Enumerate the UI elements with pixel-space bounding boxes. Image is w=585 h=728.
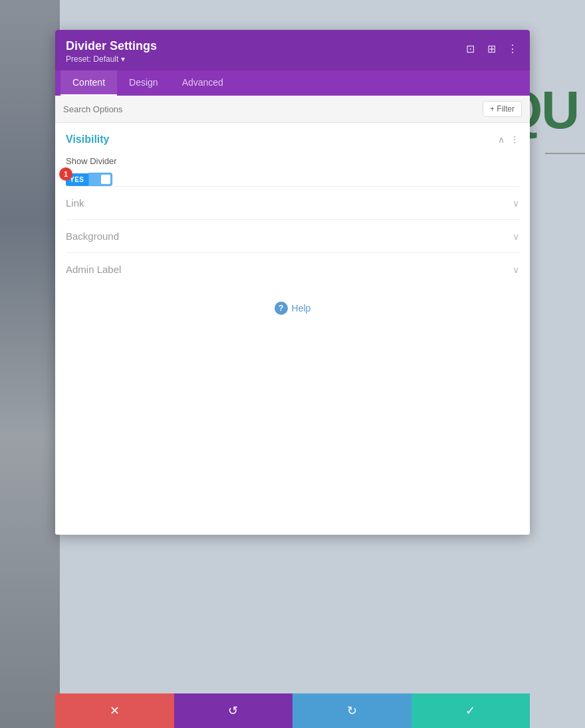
accordion-admin-label: Admin Label ∨	[66, 252, 519, 286]
screenshot-icon[interactable]: ⊡	[463, 42, 477, 55]
bottom-toolbar: ✕ ↺ ↻ ✓	[55, 693, 530, 728]
show-divider-toggle[interactable]: 1 YES	[66, 173, 519, 186]
content-area: Visibility ∧ ⋮ Show Divider 1 YES Link ∨	[55, 123, 530, 535]
accordion-link: Link ∨	[66, 186, 519, 219]
panel-header-left: Divider Settings Preset: Default ▾	[66, 39, 157, 64]
help-section: ? Help	[66, 286, 519, 325]
help-button[interactable]: ? Help	[275, 302, 311, 315]
accordion-background-header[interactable]: Background ∨	[66, 230, 519, 242]
tab-content[interactable]: Content	[60, 70, 117, 96]
visibility-title: Visibility	[66, 134, 110, 145]
accordion-background: Background ∨	[66, 219, 519, 252]
collapse-icon[interactable]: ∧	[498, 134, 505, 145]
filter-button[interactable]: + Filter	[483, 101, 522, 117]
columns-icon[interactable]: ⊞	[485, 42, 498, 55]
accordion-admin-label-header[interactable]: Admin Label ∨	[66, 264, 519, 275]
tab-design[interactable]: Design	[117, 70, 170, 96]
cancel-button[interactable]: ✕	[55, 693, 174, 728]
badge-number: 1	[59, 167, 72, 181]
help-label: Help	[292, 303, 311, 314]
tabs-bar: Content Design Advanced	[55, 70, 530, 96]
panel-header-icons: ⊡ ⊞ ⋮	[463, 42, 519, 55]
background-photo	[0, 0, 60, 728]
search-bar: + Filter	[55, 96, 530, 123]
visibility-header-icons: ∧ ⋮	[498, 134, 519, 145]
tab-advanced[interactable]: Advanced	[170, 70, 235, 96]
more-options-icon[interactable]: ⋮	[506, 42, 519, 55]
accordion-admin-label-chevron: ∨	[513, 264, 519, 275]
visibility-section-header: Visibility ∧ ⋮	[66, 134, 519, 145]
panel-title: Divider Settings	[66, 39, 157, 53]
search-input[interactable]	[63, 104, 483, 114]
divider-settings-panel: Divider Settings Preset: Default ▾ ⊡ ⊞ ⋮…	[55, 30, 530, 535]
save-button[interactable]: ✓	[411, 693, 530, 728]
help-icon: ?	[275, 302, 288, 315]
accordion-link-title: Link	[66, 197, 84, 209]
panel-preset[interactable]: Preset: Default ▾	[66, 54, 157, 64]
background-line	[545, 153, 585, 154]
accordion-link-chevron: ∨	[513, 198, 519, 209]
show-divider-label: Show Divider	[66, 156, 519, 166]
redo-button[interactable]: ↻	[292, 693, 411, 728]
accordion-background-title: Background	[66, 230, 119, 242]
section-more-icon[interactable]: ⋮	[510, 134, 519, 145]
panel-header: Divider Settings Preset: Default ▾ ⊡ ⊞ ⋮	[55, 30, 530, 70]
accordion-background-chevron: ∨	[513, 231, 519, 242]
toggle-switch[interactable]	[88, 173, 112, 186]
visibility-section: Visibility ∧ ⋮ Show Divider 1 YES	[66, 134, 519, 186]
reset-button[interactable]: ↺	[174, 693, 293, 728]
accordion-admin-label-title: Admin Label	[66, 264, 121, 275]
accordion-link-header[interactable]: Link ∨	[66, 197, 519, 209]
